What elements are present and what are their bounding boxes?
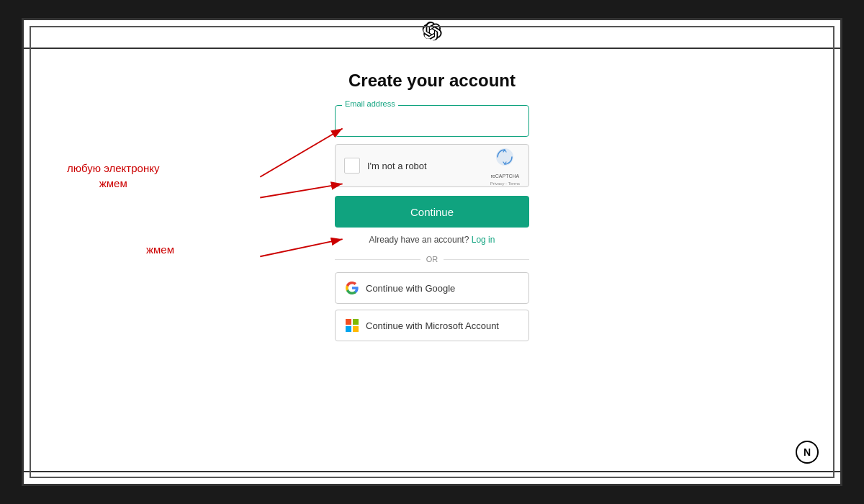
svg-line-4 <box>260 184 342 197</box>
login-prompt: Already have an account? <box>369 235 469 245</box>
captcha-text: I'm not a robot <box>367 161 427 171</box>
or-line-left <box>335 259 420 260</box>
captcha-box: I'm not a robot reCAPTCHA Privacy - Ter <box>335 144 529 187</box>
top-bar <box>24 20 840 49</box>
captcha-checkbox[interactable] <box>344 158 360 174</box>
or-text: OR <box>426 255 438 264</box>
recaptcha-label: reCAPTCHA <box>491 174 520 179</box>
recaptcha-sub: Privacy - Terms <box>490 181 520 186</box>
content-area: любую электронку жмем жмем Create your a… <box>24 49 840 471</box>
google-icon <box>346 282 359 294</box>
login-line: Already have an account? Log in <box>369 235 495 245</box>
microsoft-button-label: Continue with Microsoft Account <box>366 320 499 331</box>
continue-button[interactable]: Continue <box>335 196 529 228</box>
or-divider: OR <box>335 255 529 264</box>
notion-badge: N <box>796 441 819 464</box>
annotation-text-1: любую электронку жмем <box>67 161 159 191</box>
bottom-bar <box>24 471 840 484</box>
svg-line-3 <box>260 128 342 176</box>
email-label: Email address <box>342 99 398 108</box>
svg-line-5 <box>260 239 342 256</box>
microsoft-icon <box>346 319 359 332</box>
openai-logo <box>422 22 442 46</box>
captcha-right: reCAPTCHA Privacy - Terms <box>490 145 520 185</box>
form-container: Create your account Email address I'm no… <box>335 71 529 347</box>
page-title: Create your account <box>348 71 516 91</box>
page-frame: любую электронку жмем жмем Create your a… <box>22 18 842 486</box>
captcha-left: I'm not a robot <box>344 158 427 174</box>
email-field-wrapper: Email address <box>335 105 529 137</box>
continue-google-button[interactable]: Continue with Google <box>335 272 529 304</box>
annotation-text-2: жмем <box>146 243 174 256</box>
login-link[interactable]: Log in <box>472 235 495 245</box>
continue-microsoft-button[interactable]: Continue with Microsoft Account <box>335 310 529 341</box>
or-line-right <box>444 259 529 260</box>
google-button-label: Continue with Google <box>366 283 455 294</box>
email-input[interactable] <box>335 105 529 137</box>
recaptcha-icon <box>493 145 516 172</box>
